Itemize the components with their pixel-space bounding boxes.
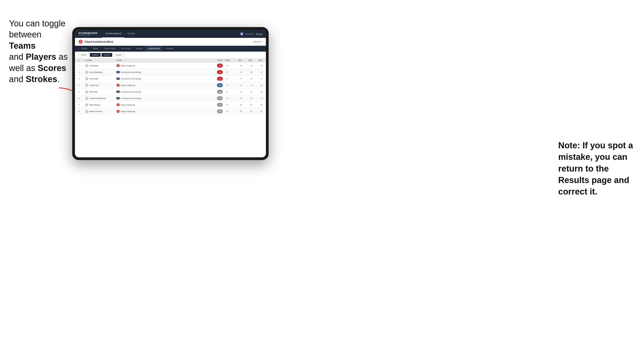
tab-course-setup[interactable]: Course Setup [101,46,118,52]
cell-rd3: -5 [252,65,262,67]
cell-player: Rees Britt [85,90,116,94]
score-badge: -8 [217,64,223,68]
right-annotation: Note: If you spot a mistake, you can ret… [558,140,635,197]
svg-point-8 [86,104,87,105]
team-logo-c: C [116,103,120,106]
toggle-players[interactable]: Players [90,53,101,57]
table-row[interactable]: 8 Marcus Turners C Clippd College [A] +1… [75,108,266,115]
top-navigation: SCOREBOARD Powered by clippd TOURNAMENTS… [75,30,266,38]
cell-rank: 6 [78,97,85,99]
logo-area: SCOREBOARD Powered by clippd [78,32,98,36]
player-name: Cameron Robertson [90,97,106,99]
cell-rank: 3 [78,78,85,80]
col-rd1: RD1 [232,59,242,61]
cell-rd2: +1 [242,104,252,106]
tournament-title: C Clippd Invitational (Men) [78,40,113,44]
cell-team: SU Scoreboard University [A] [116,91,209,93]
cell-total: -2 [209,77,223,81]
cell-rd3: -1 [252,78,262,80]
team-name: Scoreboard University [A] [120,71,141,73]
cell-player: Blair McHarg [85,103,116,107]
cell-team: SU Scoreboard University [A] [116,78,209,80]
team-name: Clippd College [A] [120,110,135,113]
tab-details[interactable]: Details [78,46,90,52]
tab-teams[interactable]: Teams [90,46,101,52]
cell-thru: F [223,78,232,80]
cell-player: Cameron Robertson [85,96,116,100]
cell-rd1: -5 [232,71,242,73]
cell-rd1: +1 [232,78,242,80]
cell-rd1: +1 [232,91,242,93]
tab-tee-groups[interactable]: Tee Groups [118,46,134,52]
table-row[interactable]: 1 Elliot Ebert C Clippd College [A] -8 F… [75,62,266,69]
cell-player: Chris Robertson [85,70,116,74]
cell-rd2: E [242,91,252,93]
table-row[interactable]: 2 Chris Robertson SU Scoreboard Universi… [75,69,266,75]
score-badge: +6 [217,96,223,100]
team-logo-su: SU [116,78,120,80]
player-name: Elliot Ebert [90,65,98,67]
table-row[interactable]: 7 Blair McHarg C Clippd College [A] +6 F… [75,102,266,108]
cell-thru: F [223,110,232,113]
cell-rd3: -4 [252,71,262,73]
logo-sub: Powered by clippd [78,34,98,36]
svg-point-2 [86,65,87,66]
player-avatar [85,90,88,94]
toggle-strokes[interactable]: Strokes [113,53,124,57]
user-icon [240,32,244,36]
player-avatar [85,70,88,74]
tab-results[interactable]: Results [134,46,145,52]
table-row[interactable]: 5 Rees Britt SU Scoreboard University [A… [75,89,266,95]
nav-items: TOURNAMENTS TEAMS [102,30,240,38]
tab-leaderboards[interactable]: Leaderboards [145,46,162,52]
cell-team: SU Scoreboard University [A] [116,71,209,73]
cell-rank: 7 [78,104,85,106]
cell-thru: F [223,91,232,93]
svg-point-9 [86,110,87,112]
team-name: Clippd College [A] [120,65,135,67]
cell-rank: 1 [78,65,85,67]
col-rank: # [78,59,85,61]
toggle-teams[interactable]: Teams [78,53,89,57]
tournament-logo: C [78,40,82,44]
table-row[interactable]: 4 David Ford C Clippd College [A] E F +1… [75,82,266,89]
cell-player: Marcus Turners [85,110,116,113]
cell-rd1: +1 [232,84,242,86]
cell-player: David Ford [85,83,116,87]
player-avatar [85,83,88,87]
cell-rd3: -1 [252,97,262,99]
cell-rank: 4 [78,84,85,86]
cell-rd2: +7 [242,110,252,113]
player-name: Marcus Turners [90,110,102,113]
table-row[interactable]: 3 Rich Butler SU Scoreboard University [… [75,75,266,82]
score-badge: +1 [217,90,223,94]
tab-printables[interactable]: Printables [162,46,176,52]
tablet-frame: SCOREBOARD Powered by clippd TOURNAMENTS… [72,27,268,160]
close-icon: ✕ [260,41,262,43]
sign-out-link[interactable]: Sign out [256,33,262,35]
cell-total: +11 [209,109,223,113]
table-row[interactable]: 6 Cameron Robertson SU Scoreboard Univer… [75,95,266,102]
cell-thru: F [223,71,232,73]
cell-rd1: +5 [232,97,242,99]
leaderboard-table: # PLAYER TEAM TOTAL THRU RD1 RD2 RD3 1 [75,58,266,157]
table-header: # PLAYER TEAM TOTAL THRU RD1 RD2 RD3 [75,58,266,62]
player-avatar [85,96,88,100]
nav-item-tournaments[interactable]: TOURNAMENTS [102,30,124,38]
content-area: C Clippd Invitational (Men) Cancel ✕ Det… [75,38,266,157]
team-name: Clippd College [A] [120,104,135,106]
nav-item-teams[interactable]: TEAMS [124,30,138,38]
score-badge: -4 [217,70,223,74]
cell-rd3: +3 [252,84,262,86]
team-logo-c: C [116,110,120,113]
cancel-button[interactable]: Cancel ✕ [253,41,262,43]
team-logo-su: SU [116,97,120,99]
cell-player: Elliot Ebert [85,64,116,67]
cell-rd2: +5 [242,71,252,73]
cell-rd3: +2 [252,110,262,113]
score-badge: +11 [217,109,223,113]
cell-team: C Clippd College [A] [116,103,209,106]
player-avatar [85,77,88,80]
toggle-scores[interactable]: Scores [102,53,112,57]
cell-total: +6 [209,96,223,100]
